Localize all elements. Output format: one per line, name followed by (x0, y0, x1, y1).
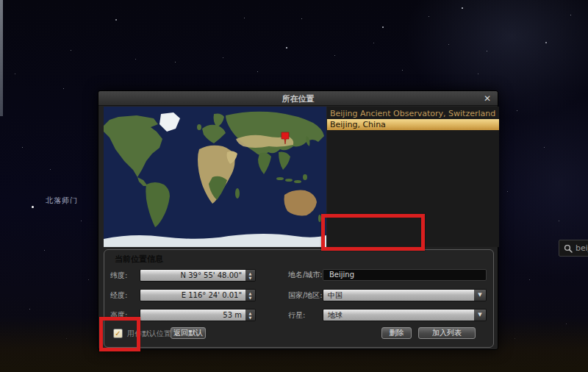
star (257, 71, 258, 72)
star (334, 55, 335, 56)
star (244, 18, 245, 18)
star (507, 191, 508, 192)
star (529, 279, 530, 280)
star (402, 70, 403, 71)
star (545, 42, 547, 43)
star (15, 74, 15, 74)
latitude-value: N 39° 55' 48.00" (140, 270, 245, 281)
latitude-spinbox[interactable]: N 39° 55' 48.00" ▲▼ (140, 269, 256, 282)
search-icon (564, 244, 573, 253)
star (448, 44, 449, 45)
star (544, 147, 545, 148)
altitude-value: 53 m (140, 310, 245, 321)
star (71, 50, 71, 51)
star (88, 279, 89, 280)
add-to-list-button[interactable]: 加入列表 (418, 327, 476, 339)
world-map[interactable] (104, 107, 326, 247)
longitude-value: E 116° 24' 0.01" (140, 290, 245, 301)
star (81, 221, 82, 221)
star (429, 16, 429, 17)
star (487, 51, 487, 51)
star (517, 110, 517, 111)
star (382, 26, 384, 28)
location-list: Beijing Ancient Observatory, Switzerland… (327, 108, 499, 130)
planet-label: 行星: (288, 309, 305, 321)
star (115, 19, 117, 21)
star (462, 7, 463, 9)
star (135, 59, 136, 60)
planet-select[interactable]: 地球 ▼ (323, 309, 487, 321)
star (301, 18, 302, 19)
list-item[interactable]: Beijing Ancient Observatory, Switzerland (327, 108, 499, 119)
annotation-box-search (321, 214, 425, 251)
star (63, 88, 64, 89)
search-box[interactable] (559, 240, 588, 257)
delete-button[interactable]: 删除 (381, 327, 412, 339)
star (478, 74, 478, 74)
star (373, 43, 374, 43)
return-default-button[interactable]: 返回默认 (171, 327, 206, 339)
star (44, 250, 45, 251)
world-map-image (104, 107, 326, 247)
annotation-box-checkbox (99, 317, 140, 351)
country-label: 国家/地区: (288, 289, 323, 301)
star (50, 169, 51, 170)
screen-edge-highlight (0, 0, 3, 116)
country-select[interactable]: 中国 ▼ (323, 289, 487, 301)
star (559, 221, 559, 221)
longitude-spinner-icon[interactable]: ▲▼ (245, 290, 255, 301)
star (29, 309, 30, 310)
star (286, 47, 287, 49)
latitude-label: 纬度: (110, 269, 127, 282)
city-label: 地名/城市: (288, 268, 323, 281)
list-item[interactable]: Beijing, China (327, 119, 499, 130)
chevron-down-icon: ▼ (474, 290, 486, 301)
star (22, 147, 23, 148)
planet-value: 地球 (323, 310, 474, 321)
location-marker-icon (280, 132, 290, 145)
groupbox-title: 当前位置信息 (115, 254, 163, 265)
latitude-spinner-icon[interactable]: ▲▼ (245, 270, 255, 281)
star-label: 北落师门 (46, 196, 78, 206)
dialog-titlebar[interactable]: 所在位置 ✕ (98, 91, 498, 106)
current-location-groupbox: 当前位置信息 纬度: N 39° 55' 48.00" ▲▼ 经度: E 116… (104, 249, 494, 348)
search-input[interactable] (576, 243, 588, 253)
star (175, 62, 176, 62)
location-dialog: 所在位置 ✕ (98, 90, 498, 350)
close-icon[interactable]: ✕ (481, 93, 493, 104)
altitude-spinner-icon[interactable]: ▲▼ (245, 310, 255, 321)
chevron-down-icon: ▼ (474, 310, 486, 321)
country-value: 中国 (323, 290, 474, 301)
altitude-spinbox[interactable]: 53 m ▲▼ (140, 309, 256, 321)
star (570, 15, 571, 15)
fomalhaut-star (32, 206, 34, 208)
dialog-title: 所在位置 (98, 93, 498, 104)
star (223, 57, 223, 58)
city-input[interactable]: Beijing (323, 269, 487, 281)
longitude-spinbox[interactable]: E 116° 24' 0.01" ▲▼ (140, 289, 256, 301)
longitude-label: 经度: (110, 289, 127, 301)
